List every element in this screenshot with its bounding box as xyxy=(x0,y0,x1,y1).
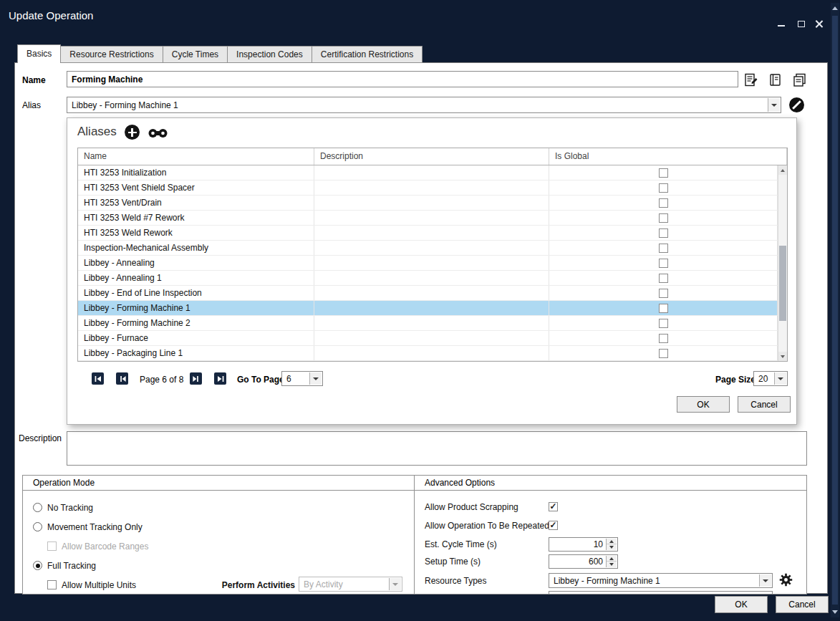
alias-description-cell[interactable] xyxy=(314,331,549,345)
alias-description-cell[interactable] xyxy=(314,346,549,360)
table-scroll-up-icon[interactable] xyxy=(778,165,787,175)
alias-dropdown-arrow-icon[interactable] xyxy=(768,98,780,112)
scroll-down-icon[interactable] xyxy=(832,610,838,614)
table-row[interactable]: HTI 3253 Vent/Drain xyxy=(78,196,778,211)
ok-button[interactable]: OK xyxy=(715,596,768,613)
table-row[interactable]: Libbey - Annealing xyxy=(78,256,778,271)
name-input[interactable] xyxy=(67,71,738,87)
gear-icon[interactable] xyxy=(779,573,793,587)
table-scroll-down-icon[interactable] xyxy=(778,352,787,361)
first-page-button[interactable] xyxy=(92,372,104,385)
alias-description-cell[interactable] xyxy=(314,256,549,270)
table-row[interactable]: Libbey - End of Line Inspection xyxy=(78,286,778,301)
is-global-checkbox[interactable] xyxy=(659,183,668,193)
is-global-checkbox[interactable] xyxy=(659,213,668,223)
table-row[interactable]: Libbey - Annealing 1 xyxy=(78,271,778,286)
window-scrollbar[interactable] xyxy=(831,3,839,617)
last-page-button[interactable] xyxy=(214,372,226,385)
is-global-checkbox[interactable] xyxy=(659,168,668,178)
spin-up-icon[interactable] xyxy=(607,556,617,562)
is-global-checkbox[interactable] xyxy=(659,244,668,253)
checkbox-allow-multiple-units[interactable]: Allow Multiple Units xyxy=(47,579,136,590)
is-global-checkbox[interactable] xyxy=(659,274,668,283)
alias-name-cell[interactable]: Libbey - Forming Machine 1 xyxy=(78,301,314,315)
column-header-name[interactable]: Name xyxy=(78,148,314,165)
alias-description-cell[interactable] xyxy=(314,241,549,255)
description-input[interactable] xyxy=(67,431,807,466)
alias-name-cell[interactable]: Libbey - End of Line Inspection xyxy=(78,286,314,300)
scroll-up-icon[interactable] xyxy=(832,6,838,10)
alias-name-cell[interactable]: HTI 3253 Weld #7 Rework xyxy=(78,211,314,225)
est-cycle-time-stepper[interactable]: 10 xyxy=(549,537,618,552)
next-page-button[interactable] xyxy=(190,372,202,385)
add-alias-icon[interactable] xyxy=(125,125,140,140)
radio-icon[interactable] xyxy=(33,522,42,531)
window-scrollbar-thumb[interactable] xyxy=(832,16,838,605)
radio-icon[interactable] xyxy=(33,561,42,570)
form-pencil-icon[interactable] xyxy=(743,72,760,88)
alias-name-cell[interactable]: Libbey - Furnace xyxy=(78,331,314,345)
table-row[interactable]: Libbey - Forming Machine 2 xyxy=(78,316,778,331)
table-scrollbar[interactable] xyxy=(778,165,787,361)
is-global-checkbox[interactable] xyxy=(659,228,668,238)
is-global-checkbox[interactable] xyxy=(659,304,668,313)
close-button[interactable] xyxy=(815,20,823,28)
page-size-arrow-icon[interactable] xyxy=(774,372,786,385)
radio-full-tracking[interactable]: Full Tracking xyxy=(33,560,96,571)
tab-certification-restrictions[interactable]: Certification Restrictions xyxy=(312,46,423,63)
alias-name-cell[interactable]: HTI 3253 Vent/Drain xyxy=(78,196,314,210)
spin-down-icon[interactable] xyxy=(607,544,617,550)
alias-description-cell[interactable] xyxy=(314,301,549,315)
alias-description-cell[interactable] xyxy=(314,196,549,210)
book-stack-icon[interactable] xyxy=(791,72,808,88)
checkbox-icon[interactable] xyxy=(47,580,57,589)
setup-time-stepper[interactable]: 600 xyxy=(549,554,618,569)
tab-inspection-codes[interactable]: Inspection Codes xyxy=(227,46,312,63)
tab-basics[interactable]: Basics xyxy=(17,44,61,63)
table-row[interactable]: HTI 3253 Initialization xyxy=(78,165,778,180)
tab-resource-restrictions[interactable]: Resource Restrictions xyxy=(60,46,163,63)
is-global-checkbox[interactable] xyxy=(659,334,668,343)
page-size-select[interactable]: 20 xyxy=(753,371,788,386)
is-global-checkbox[interactable] xyxy=(659,259,668,268)
table-row[interactable]: HTI 3253 Weld #7 Rework xyxy=(78,211,778,226)
binoculars-search-icon[interactable] xyxy=(148,128,168,140)
is-global-checkbox[interactable] xyxy=(659,349,668,358)
alias-combobox[interactable]: Libbey - Forming Machine 1 xyxy=(67,97,781,113)
alias-description-cell[interactable] xyxy=(314,180,549,195)
alias-description-cell[interactable] xyxy=(314,271,549,285)
column-header-is-global[interactable]: Is Global xyxy=(549,148,787,165)
table-scrollbar-thumb[interactable] xyxy=(779,246,786,321)
alias-description-cell[interactable] xyxy=(314,286,549,300)
alias-name-cell[interactable]: Libbey - Annealing 1 xyxy=(78,271,314,285)
is-global-checkbox[interactable] xyxy=(659,319,668,328)
alias-description-cell[interactable] xyxy=(314,165,549,180)
tab-cycle-times[interactable]: Cycle Times xyxy=(163,46,228,63)
cancel-button[interactable]: Cancel xyxy=(776,596,829,613)
alias-name-cell[interactable]: HTI 3253 Vent Shield Spacer xyxy=(78,180,314,195)
radio-no-tracking[interactable]: No Tracking xyxy=(33,502,93,513)
allow-product-scrapping-checkbox[interactable] xyxy=(549,502,558,511)
minimize-button[interactable] xyxy=(778,25,785,27)
alias-description-cell[interactable] xyxy=(314,226,549,240)
table-row[interactable]: Libbey - Furnace xyxy=(78,331,778,346)
alias-name-cell[interactable]: Inspection-Mechanical Assembly xyxy=(78,241,314,255)
go-to-page-arrow-icon[interactable] xyxy=(309,372,322,385)
table-row[interactable]: HTI 3253 Vent Shield Spacer xyxy=(78,180,778,196)
allow-operation-repeated-checkbox[interactable] xyxy=(549,521,558,530)
radio-icon[interactable] xyxy=(33,503,42,512)
table-row[interactable]: Inspection-Mechanical Assembly xyxy=(78,241,778,256)
aliases-ok-button[interactable]: OK xyxy=(677,396,730,413)
radio-movement-tracking-only[interactable]: Movement Tracking Only xyxy=(33,521,143,532)
clear-alias-icon[interactable] xyxy=(789,97,804,112)
maximize-button[interactable] xyxy=(798,21,805,27)
table-row[interactable]: Libbey - Forming Machine 1 xyxy=(78,301,778,316)
resource-types-select[interactable]: Libbey - Forming Machine 1 xyxy=(549,573,773,588)
spin-down-icon[interactable] xyxy=(607,562,617,567)
aliases-cancel-button[interactable]: Cancel xyxy=(738,396,791,413)
alias-name-cell[interactable]: Libbey - Packaging Line 1 xyxy=(78,346,314,360)
alias-description-cell[interactable] xyxy=(314,211,549,225)
go-to-page-select[interactable]: 6 xyxy=(281,371,323,386)
alias-name-cell[interactable]: Libbey - Forming Machine 2 xyxy=(78,316,314,330)
table-row[interactable]: HTI 3253 Weld Rework xyxy=(78,226,778,241)
